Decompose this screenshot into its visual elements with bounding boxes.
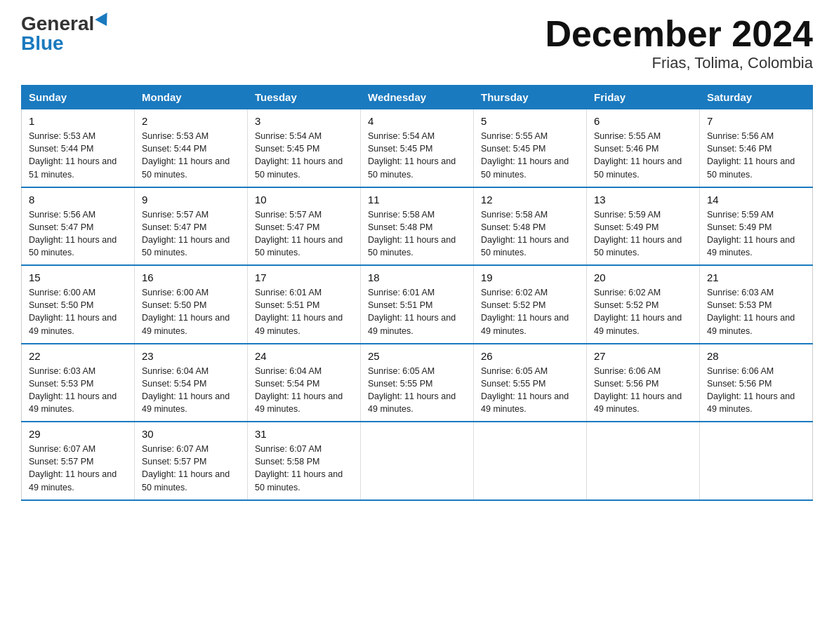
calendar-cell: 2Sunrise: 5:53 AMSunset: 5:44 PMDaylight… bbox=[135, 109, 248, 187]
calendar-cell: 10Sunrise: 5:57 AMSunset: 5:47 PMDayligh… bbox=[248, 187, 361, 266]
day-number: 26 bbox=[481, 350, 579, 362]
day-number: 28 bbox=[707, 350, 805, 362]
day-info: Sunrise: 6:03 AMSunset: 5:53 PMDaylight:… bbox=[707, 286, 805, 337]
calendar-week-row: 22Sunrise: 6:03 AMSunset: 5:53 PMDayligh… bbox=[22, 344, 813, 422]
logo-blue-text: Blue bbox=[21, 34, 64, 53]
day-info: Sunrise: 5:56 AMSunset: 5:47 PMDaylight:… bbox=[29, 208, 127, 260]
day-number: 15 bbox=[29, 271, 127, 283]
weekday-header-wednesday: Wednesday bbox=[361, 86, 474, 109]
day-info: Sunrise: 6:07 AMSunset: 5:57 PMDaylight:… bbox=[29, 443, 127, 494]
day-info: Sunrise: 5:59 AMSunset: 5:49 PMDaylight:… bbox=[594, 208, 692, 260]
day-info: Sunrise: 6:05 AMSunset: 5:55 PMDaylight:… bbox=[368, 365, 466, 416]
day-info: Sunrise: 5:54 AMSunset: 5:45 PMDaylight:… bbox=[255, 130, 353, 181]
day-info: Sunrise: 5:56 AMSunset: 5:46 PMDaylight:… bbox=[707, 130, 805, 181]
day-number: 1 bbox=[29, 115, 127, 127]
calendar-week-row: 8Sunrise: 5:56 AMSunset: 5:47 PMDaylight… bbox=[22, 187, 813, 266]
calendar-week-row: 29Sunrise: 6:07 AMSunset: 5:57 PMDayligh… bbox=[22, 422, 813, 500]
calendar-cell: 11Sunrise: 5:58 AMSunset: 5:48 PMDayligh… bbox=[361, 187, 474, 266]
calendar-cell: 15Sunrise: 6:00 AMSunset: 5:50 PMDayligh… bbox=[22, 265, 135, 344]
logo: General Blue bbox=[21, 14, 111, 53]
day-number: 20 bbox=[594, 271, 692, 283]
day-info: Sunrise: 6:06 AMSunset: 5:56 PMDaylight:… bbox=[707, 365, 805, 416]
weekday-header-row: SundayMondayTuesdayWednesdayThursdayFrid… bbox=[22, 86, 813, 109]
day-info: Sunrise: 5:57 AMSunset: 5:47 PMDaylight:… bbox=[142, 208, 240, 260]
calendar-cell: 5Sunrise: 5:55 AMSunset: 5:45 PMDaylight… bbox=[474, 109, 587, 187]
day-info: Sunrise: 5:58 AMSunset: 5:48 PMDaylight:… bbox=[481, 208, 579, 260]
calendar-title: December 2024 bbox=[545, 14, 813, 54]
day-info: Sunrise: 6:02 AMSunset: 5:52 PMDaylight:… bbox=[481, 286, 579, 337]
day-number: 6 bbox=[594, 115, 692, 127]
day-number: 3 bbox=[255, 115, 353, 127]
calendar-cell: 18Sunrise: 6:01 AMSunset: 5:51 PMDayligh… bbox=[361, 265, 474, 344]
calendar-cell: 24Sunrise: 6:04 AMSunset: 5:54 PMDayligh… bbox=[248, 344, 361, 422]
calendar-cell: 25Sunrise: 6:05 AMSunset: 5:55 PMDayligh… bbox=[361, 344, 474, 422]
day-info: Sunrise: 6:07 AMSunset: 5:57 PMDaylight:… bbox=[142, 443, 240, 494]
day-number: 21 bbox=[707, 271, 805, 283]
weekday-header-friday: Friday bbox=[587, 86, 700, 109]
day-info: Sunrise: 5:57 AMSunset: 5:47 PMDaylight:… bbox=[255, 208, 353, 260]
calendar-cell: 4Sunrise: 5:54 AMSunset: 5:45 PMDaylight… bbox=[361, 109, 474, 187]
day-info: Sunrise: 5:53 AMSunset: 5:44 PMDaylight:… bbox=[142, 130, 240, 181]
weekday-header-monday: Monday bbox=[135, 86, 248, 109]
calendar-subtitle: Frias, Tolima, Colombia bbox=[545, 54, 813, 72]
title-block: December 2024 Frias, Tolima, Colombia bbox=[545, 14, 813, 72]
calendar-cell: 13Sunrise: 5:59 AMSunset: 5:49 PMDayligh… bbox=[587, 187, 700, 266]
day-info: Sunrise: 6:07 AMSunset: 5:58 PMDaylight:… bbox=[255, 443, 353, 494]
page-header: General Blue December 2024 Frias, Tolima… bbox=[21, 14, 813, 72]
calendar-cell: 17Sunrise: 6:01 AMSunset: 5:51 PMDayligh… bbox=[248, 265, 361, 344]
day-info: Sunrise: 6:01 AMSunset: 5:51 PMDaylight:… bbox=[255, 286, 353, 337]
calendar-cell: 14Sunrise: 5:59 AMSunset: 5:49 PMDayligh… bbox=[700, 187, 813, 266]
weekday-header-sunday: Sunday bbox=[22, 86, 135, 109]
logo-triangle-icon bbox=[95, 13, 113, 29]
day-info: Sunrise: 5:55 AMSunset: 5:45 PMDaylight:… bbox=[481, 130, 579, 181]
calendar-cell: 6Sunrise: 5:55 AMSunset: 5:46 PMDaylight… bbox=[587, 109, 700, 187]
calendar-cell: 1Sunrise: 5:53 AMSunset: 5:44 PMDaylight… bbox=[22, 109, 135, 187]
calendar-cell: 9Sunrise: 5:57 AMSunset: 5:47 PMDaylight… bbox=[135, 187, 248, 266]
day-number: 12 bbox=[481, 194, 579, 206]
weekday-header-tuesday: Tuesday bbox=[248, 86, 361, 109]
calendar-cell: 21Sunrise: 6:03 AMSunset: 5:53 PMDayligh… bbox=[700, 265, 813, 344]
day-number: 23 bbox=[142, 350, 240, 362]
calendar-cell bbox=[587, 422, 700, 500]
calendar-cell bbox=[700, 422, 813, 500]
calendar-week-row: 1Sunrise: 5:53 AMSunset: 5:44 PMDaylight… bbox=[22, 109, 813, 187]
calendar-cell: 20Sunrise: 6:02 AMSunset: 5:52 PMDayligh… bbox=[587, 265, 700, 344]
day-info: Sunrise: 6:01 AMSunset: 5:51 PMDaylight:… bbox=[368, 286, 466, 337]
day-number: 24 bbox=[255, 350, 353, 362]
calendar-cell: 12Sunrise: 5:58 AMSunset: 5:48 PMDayligh… bbox=[474, 187, 587, 266]
calendar-cell: 19Sunrise: 6:02 AMSunset: 5:52 PMDayligh… bbox=[474, 265, 587, 344]
day-info: Sunrise: 6:05 AMSunset: 5:55 PMDaylight:… bbox=[481, 365, 579, 416]
day-info: Sunrise: 6:06 AMSunset: 5:56 PMDaylight:… bbox=[594, 365, 692, 416]
day-info: Sunrise: 5:55 AMSunset: 5:46 PMDaylight:… bbox=[594, 130, 692, 181]
day-number: 19 bbox=[481, 271, 579, 283]
calendar-cell: 30Sunrise: 6:07 AMSunset: 5:57 PMDayligh… bbox=[135, 422, 248, 500]
calendar-cell: 27Sunrise: 6:06 AMSunset: 5:56 PMDayligh… bbox=[587, 344, 700, 422]
calendar-cell: 29Sunrise: 6:07 AMSunset: 5:57 PMDayligh… bbox=[22, 422, 135, 500]
calendar-cell: 3Sunrise: 5:54 AMSunset: 5:45 PMDaylight… bbox=[248, 109, 361, 187]
calendar-cell: 22Sunrise: 6:03 AMSunset: 5:53 PMDayligh… bbox=[22, 344, 135, 422]
day-number: 30 bbox=[142, 428, 240, 440]
calendar-cell: 26Sunrise: 6:05 AMSunset: 5:55 PMDayligh… bbox=[474, 344, 587, 422]
day-info: Sunrise: 6:04 AMSunset: 5:54 PMDaylight:… bbox=[142, 365, 240, 416]
calendar-cell: 23Sunrise: 6:04 AMSunset: 5:54 PMDayligh… bbox=[135, 344, 248, 422]
calendar-week-row: 15Sunrise: 6:00 AMSunset: 5:50 PMDayligh… bbox=[22, 265, 813, 344]
day-number: 8 bbox=[29, 194, 127, 206]
day-number: 9 bbox=[142, 194, 240, 206]
day-number: 5 bbox=[481, 115, 579, 127]
weekday-header-thursday: Thursday bbox=[474, 86, 587, 109]
day-number: 17 bbox=[255, 271, 353, 283]
weekday-header-saturday: Saturday bbox=[700, 86, 813, 109]
day-info: Sunrise: 6:04 AMSunset: 5:54 PMDaylight:… bbox=[255, 365, 353, 416]
day-number: 22 bbox=[29, 350, 127, 362]
day-info: Sunrise: 6:03 AMSunset: 5:53 PMDaylight:… bbox=[29, 365, 127, 416]
calendar-cell: 28Sunrise: 6:06 AMSunset: 5:56 PMDayligh… bbox=[700, 344, 813, 422]
day-number: 29 bbox=[29, 428, 127, 440]
day-number: 27 bbox=[594, 350, 692, 362]
day-info: Sunrise: 5:59 AMSunset: 5:49 PMDaylight:… bbox=[707, 208, 805, 260]
day-number: 31 bbox=[255, 428, 353, 440]
day-number: 14 bbox=[707, 194, 805, 206]
day-number: 4 bbox=[368, 115, 466, 127]
day-number: 11 bbox=[368, 194, 466, 206]
calendar-cell: 7Sunrise: 5:56 AMSunset: 5:46 PMDaylight… bbox=[700, 109, 813, 187]
day-number: 7 bbox=[707, 115, 805, 127]
